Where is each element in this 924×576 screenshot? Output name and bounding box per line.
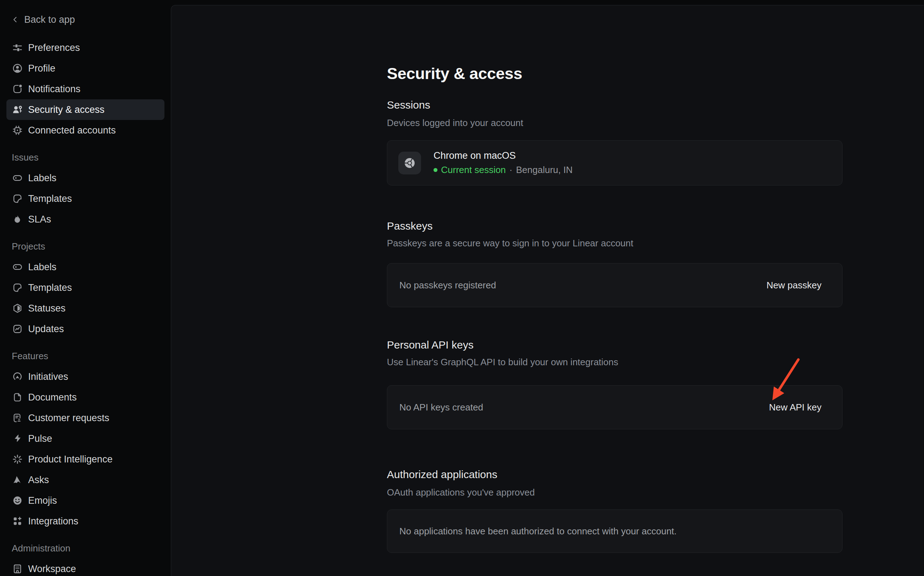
api-keys-empty-text: No API keys created: [400, 402, 483, 413]
product-intelligence-icon: [12, 454, 23, 465]
sidebar-item-label: Workspace: [28, 563, 76, 574]
session-location: Bengaluru, IN: [516, 165, 573, 176]
sidebar-item-label: Product Intelligence: [28, 454, 112, 465]
settings-panel: Security & access Sessions Devices logge…: [171, 5, 924, 576]
security-access-icon: [12, 104, 23, 115]
sidebar-item-label: Templates: [28, 193, 72, 204]
flame-icon: [12, 214, 23, 225]
passkeys-card: No passkeys registered New passkey: [387, 263, 842, 307]
sidebar-item-integrations[interactable]: Integrations: [6, 511, 165, 531]
sidebar-item-label: Initiatives: [28, 371, 68, 382]
sidebar-item-label: Updates: [28, 323, 64, 334]
sidebar-item-label: Labels: [28, 173, 57, 184]
label-tag-icon: [12, 261, 23, 273]
session-device-name: Chrome on macOS: [433, 150, 573, 161]
documents-icon: [12, 392, 23, 403]
sidebar-item-product-intelligence[interactable]: Product Intelligence: [6, 449, 165, 470]
statuses-icon: [12, 302, 23, 314]
sidebar-item-label: Preferences: [28, 42, 80, 53]
sidebar-item-label: Labels: [28, 262, 57, 273]
sidebar-item-slas[interactable]: SLAs: [6, 209, 165, 230]
api-keys-description: Use Linear's GraphQL API to build your o…: [387, 356, 618, 368]
initiatives-icon: [12, 371, 23, 382]
preferences-icon: [12, 42, 23, 53]
sidebar-item-label: Integrations: [28, 516, 78, 527]
sidebar-item-profile[interactable]: Profile: [6, 58, 165, 79]
back-to-app-button[interactable]: Back to app: [0, 9, 171, 30]
sidebar-item-label: Documents: [28, 392, 77, 403]
sessions-heading: Sessions: [387, 99, 430, 111]
sidebar-item-statuses[interactable]: Statuses: [6, 298, 165, 318]
workspace-icon: [12, 563, 23, 574]
session-info: Chrome on macOS Current session · Bengal…: [433, 150, 573, 176]
notifications-icon: [12, 83, 23, 95]
sidebar-item-label: Notifications: [28, 84, 80, 95]
sidebar-item-project-labels[interactable]: Labels: [6, 257, 165, 277]
session-card: Chrome on macOS Current session · Bengal…: [387, 140, 842, 186]
sidebar-section-projects: Projects: [0, 236, 171, 257]
settings-sidebar: Back to app Preferences Profile Notifica…: [0, 0, 171, 576]
sidebar-item-issue-templates[interactable]: Templates: [6, 188, 165, 209]
passkeys-heading: Passkeys: [387, 220, 432, 232]
sidebar-item-security-access[interactable]: Security & access: [6, 99, 165, 120]
integrations-icon: [12, 515, 23, 527]
sidebar-item-label: Customer requests: [28, 413, 109, 424]
asks-icon: [12, 474, 23, 486]
current-session-dot: [433, 168, 438, 172]
browser-icon-container: [398, 152, 421, 174]
sidebar-item-pulse[interactable]: Pulse: [6, 428, 165, 449]
sidebar-section-features: Features: [0, 346, 171, 366]
sidebar-item-project-templates[interactable]: Templates: [6, 277, 165, 298]
chrome-icon: [403, 156, 416, 170]
sidebar-item-label: Statuses: [28, 303, 66, 314]
session-status: Current session: [441, 165, 506, 176]
connected-accounts-icon: [12, 125, 23, 136]
sidebar-item-asks[interactable]: Asks: [6, 470, 165, 490]
sidebar-item-documents[interactable]: Documents: [6, 387, 165, 408]
authorized-apps-description: OAuth applications you've approved: [387, 486, 535, 498]
sidebar-item-label: Templates: [28, 282, 72, 293]
sidebar-item-label: SLAs: [28, 214, 51, 225]
label-tag-icon: [12, 172, 23, 184]
sidebar-item-customer-requests[interactable]: Customer requests: [6, 408, 165, 428]
chevron-left-icon: [11, 15, 20, 24]
sidebar-item-emojis[interactable]: Emojis: [6, 490, 165, 511]
sidebar-section-administration: Administration: [0, 538, 171, 558]
back-to-app-label: Back to app: [24, 14, 75, 25]
sidebar-item-label: Profile: [28, 63, 56, 74]
sidebar-item-label: Emojis: [28, 495, 57, 506]
sidebar-item-connected-accounts[interactable]: Connected accounts: [6, 120, 165, 141]
page-title: Security & access: [387, 64, 522, 83]
profile-icon: [12, 62, 23, 74]
api-keys-heading: Personal API keys: [387, 339, 473, 351]
sidebar-item-issue-labels[interactable]: Labels: [6, 168, 165, 188]
sidebar-item-label: Asks: [28, 475, 49, 486]
updates-icon: [12, 323, 23, 334]
authorized-apps-empty-text: No applications have been authorized to …: [400, 526, 677, 537]
template-icon: [12, 282, 23, 293]
template-icon: [12, 193, 23, 204]
emojis-icon: [12, 495, 23, 506]
new-passkey-button[interactable]: New passkey: [766, 280, 822, 291]
annotation-arrow: [755, 353, 812, 410]
passkeys-empty-text: No passkeys registered: [400, 280, 496, 291]
customer-requests-icon: [12, 412, 23, 424]
passkeys-description: Passkeys are a secure way to sign in to …: [387, 237, 633, 249]
sidebar-item-label: Pulse: [28, 433, 52, 444]
sidebar-item-preferences[interactable]: Preferences: [6, 37, 165, 58]
authorized-apps-card: No applications have been authorized to …: [387, 509, 842, 553]
session-separator: ·: [509, 165, 513, 176]
pulse-icon: [12, 433, 23, 444]
sidebar-item-label: Security & access: [28, 104, 105, 115]
sidebar-item-notifications[interactable]: Notifications: [6, 79, 165, 99]
authorized-apps-heading: Authorized applications: [387, 468, 497, 481]
sidebar-item-initiatives[interactable]: Initiatives: [6, 366, 165, 387]
sessions-description: Devices logged into your account: [387, 117, 523, 128]
sidebar-item-workspace[interactable]: Workspace: [6, 558, 165, 576]
sidebar-section-issues: Issues: [0, 147, 171, 168]
sidebar-item-label: Connected accounts: [28, 125, 116, 136]
sidebar-item-updates[interactable]: Updates: [6, 318, 165, 339]
